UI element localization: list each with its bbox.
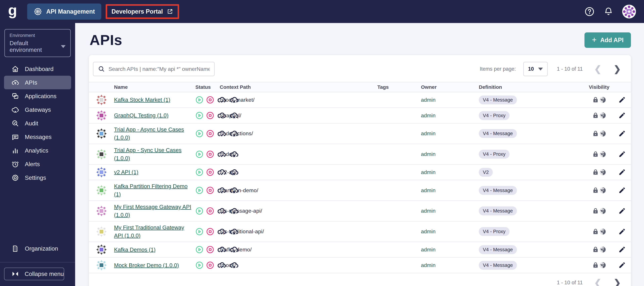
definition-badge: V4 - Message xyxy=(479,186,517,195)
api-name-link[interactable]: Kafka Demos (1) xyxy=(114,246,156,254)
status-stopped-icon xyxy=(206,168,214,176)
pagination-range: 1 - 10 of 11 xyxy=(557,66,583,72)
status-stopped-icon xyxy=(206,228,214,236)
context-path: /todo-actions/ xyxy=(220,130,377,137)
visibility-private-lock-icon xyxy=(592,228,599,235)
api-name-link[interactable]: My First Traditional Gateway API (1.0.0) xyxy=(114,223,193,240)
developers-portal-button[interactable]: Developers Portal xyxy=(112,8,173,15)
edit-api-button[interactable] xyxy=(618,228,626,235)
status-stopped-icon xyxy=(206,96,214,104)
sidebar-item-label: APIs xyxy=(25,79,37,86)
edit-api-button[interactable] xyxy=(618,186,626,194)
api-avatar xyxy=(96,110,107,121)
apis-table-card: Items per page: 10 1 - 10 of 11 ❮ ❯ Name… xyxy=(89,55,631,286)
environment-value: Default environment xyxy=(10,40,61,53)
definition-badge: V4 - Message xyxy=(479,96,517,104)
table-footer: 1 - 10 of 11 ❮ ❯ xyxy=(89,273,631,286)
definition-badge: V4 - Proxy xyxy=(479,227,510,236)
sidebar-item-gateways[interactable]: Gateways xyxy=(4,103,71,117)
context-path: /v2-api xyxy=(220,169,377,175)
sidebar-item-apis[interactable]: APIs xyxy=(4,76,71,89)
table-row: Mock Broker Demo (1.0.0) xyxy=(89,258,631,273)
sidebar-item-audit[interactable]: Audit xyxy=(4,117,71,130)
owner: admin xyxy=(421,262,479,268)
status-started-icon xyxy=(196,150,204,158)
sidebar-item-analytics[interactable]: Analytics xyxy=(4,144,71,157)
api-name-link[interactable]: v2 API (1) xyxy=(114,168,138,176)
api-name-link[interactable]: Kafka Partition Filtering Demo (1) xyxy=(114,182,193,198)
api-avatar xyxy=(96,185,107,196)
api-name-link[interactable]: Trial App - Async Use Cases (1.0.0) xyxy=(114,126,193,142)
owner: admin xyxy=(421,130,479,137)
context-path: /partition-demo/ xyxy=(220,187,377,193)
sidebar-item-alerts[interactable]: Alerts xyxy=(4,157,71,171)
next-page-button[interactable]: ❯ xyxy=(611,278,623,286)
table-row: My First Message Gateway API (1.0.0) xyxy=(89,201,631,221)
notifications-bell-button[interactable] xyxy=(604,7,614,17)
column-header-visibility: Visibility xyxy=(585,84,613,90)
sidebar-item-label: Audit xyxy=(25,120,38,127)
visibility-private-lock-icon xyxy=(592,261,599,269)
status-stopped-icon xyxy=(206,111,214,120)
chevron-down-icon xyxy=(61,45,66,48)
organization-building-icon xyxy=(11,244,20,253)
owner: admin xyxy=(421,112,479,119)
table-header: Name Status Context Path Tags Owner Defi… xyxy=(89,82,631,92)
help-button[interactable] xyxy=(584,6,595,17)
edit-api-button[interactable] xyxy=(618,246,626,253)
sidebar-item-label: Dashboard xyxy=(25,66,54,72)
column-header-definition: Definition xyxy=(479,84,585,90)
edit-api-button[interactable] xyxy=(618,207,626,215)
api-name-link[interactable]: Mock Broker Demo (1.0.0) xyxy=(114,261,179,269)
next-page-button[interactable]: ❯ xyxy=(611,65,623,73)
edit-api-button[interactable] xyxy=(618,112,626,119)
api-name-link[interactable]: My First Message Gateway API (1.0.0) xyxy=(114,203,193,219)
search-input[interactable] xyxy=(108,66,210,72)
edit-api-button[interactable] xyxy=(618,150,626,158)
api-management-button[interactable]: API Management xyxy=(27,4,101,20)
environment-select[interactable]: Environment Default environment xyxy=(4,29,71,57)
owner: admin xyxy=(421,187,479,193)
sidebar-item-applications[interactable]: Applications xyxy=(4,89,71,103)
sidebar-item-settings[interactable]: Settings xyxy=(4,171,71,184)
sidebar-item-dashboard[interactable]: Dashboard xyxy=(4,62,71,76)
sidebar-item-organization[interactable]: Organization xyxy=(4,242,58,255)
visibility-public-globe-icon xyxy=(599,207,606,215)
edit-api-button[interactable] xyxy=(618,261,626,269)
previous-page-button[interactable]: ❮ xyxy=(592,278,604,286)
api-management-label: API Management xyxy=(46,8,95,15)
edit-api-button[interactable] xyxy=(618,96,626,104)
table-row: v2 API (1) xyxy=(89,165,631,180)
api-name-link[interactable]: Trial App - Sync Use Cases (1.0.0) xyxy=(114,146,193,162)
developers-portal-highlight-box: Developers Portal xyxy=(106,4,179,19)
edit-api-button[interactable] xyxy=(618,130,626,137)
api-name-link[interactable]: Kafka Stock Market (1) xyxy=(114,96,170,104)
column-header-name: Name xyxy=(114,84,196,90)
context-path: /graphql/ xyxy=(220,112,377,119)
owner: admin xyxy=(421,169,479,175)
previous-page-button[interactable]: ❮ xyxy=(592,65,604,73)
status-started-icon xyxy=(196,261,204,269)
collapse-menu-button[interactable]: Collapse menu xyxy=(4,267,64,280)
api-avatar xyxy=(96,205,107,216)
definition-badge: V4 - Message xyxy=(479,206,517,215)
sidebar-item-label: Settings xyxy=(25,174,46,181)
status-stopped-icon xyxy=(206,261,214,269)
sidebar-item-messages[interactable]: Messages xyxy=(4,130,71,144)
visibility-private-lock-icon xyxy=(592,96,599,104)
sidebar-item-label: Alerts xyxy=(25,161,40,167)
sidebar-item-label: Organization xyxy=(25,245,58,252)
sidebar-item-label: Analytics xyxy=(25,147,48,154)
context-path: /qs-traditional-api/ xyxy=(220,228,377,235)
edit-api-button[interactable] xyxy=(618,168,626,176)
api-name-link[interactable]: GraphQL Testing (1.0) xyxy=(114,111,168,120)
status-started-icon xyxy=(196,168,204,176)
add-api-button[interactable]: + Add API xyxy=(584,32,631,48)
visibility-public-globe-icon xyxy=(599,187,606,194)
collapse-menu-label: Collapse menu xyxy=(25,270,64,277)
owner: admin xyxy=(421,208,479,214)
status-stopped-icon xyxy=(206,150,214,158)
user-avatar[interactable] xyxy=(622,5,636,19)
cloud-upload-icon xyxy=(11,78,20,87)
items-per-page-select[interactable]: 10 xyxy=(523,62,548,76)
